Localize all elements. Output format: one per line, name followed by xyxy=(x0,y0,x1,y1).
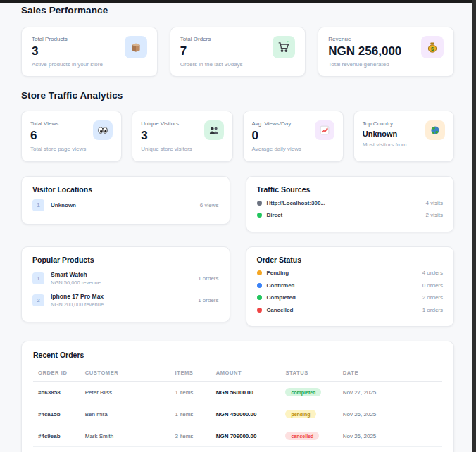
traffic-sources-list: Http://Localhost:300...4 visitsDirect2 v… xyxy=(257,200,444,219)
popular-products-title: Popular Products xyxy=(32,256,219,264)
order-row: #4c9b1dKingsley Chinonso Eze1 itemsNGN 2… xyxy=(33,447,442,452)
popular-products-list: 1Smart WatchNGN 56,000 revenue1 orders2I… xyxy=(32,271,219,308)
order-status-label: Pending xyxy=(267,270,289,276)
order-items: 1 items xyxy=(173,447,213,452)
product-name: Iphone 17 Pro Max xyxy=(51,293,104,300)
order-status-dot-icon xyxy=(257,270,262,275)
traffic-source-label: Direct xyxy=(267,212,283,218)
order-row: #4ca15bBen mira1 itemsNGN 450000.00pendi… xyxy=(33,403,442,425)
money-bag-icon: $ xyxy=(421,36,444,58)
status-badge: completed xyxy=(285,388,321,396)
order-status-label: Confirmed xyxy=(267,282,295,289)
order-items: 1 items xyxy=(173,382,213,403)
order-status-row: Cancelled1 orders xyxy=(257,307,444,313)
order-status-cell: completed xyxy=(282,382,339,403)
stat-label: Total Products xyxy=(32,36,103,42)
stat-value: 0 xyxy=(252,129,302,143)
order-status-card: Order Status Pending4 ordersConfirmed0 o… xyxy=(246,246,455,327)
popular-products-card: Popular Products 1Smart WatchNGN 56,000 … xyxy=(21,246,230,322)
stat-card-text: Unique Visitors3Unique store visitors xyxy=(141,120,192,152)
stat-card-text: Total Orders7Orders in the last 30days xyxy=(180,36,243,68)
order-date: Nov 26, 2025 xyxy=(340,425,442,447)
location-label: Unknown xyxy=(51,202,76,208)
stat-card-text: RevenueNGN 256,000Total revenue generate… xyxy=(328,36,401,68)
product-orders: 1 orders xyxy=(198,297,218,303)
order-status-row: Completed2 orders xyxy=(257,294,444,301)
order-status-row: Confirmed0 orders xyxy=(257,282,444,289)
stat-description: Orders in the last 30days xyxy=(180,61,243,68)
order-row: #4c9eabMark Smith3 itemsNGN 706000.00can… xyxy=(33,425,442,447)
popular-product-row: 1Smart WatchNGN 56,000 revenue1 orders xyxy=(32,271,219,286)
recent-orders-title: Recent Orders xyxy=(33,351,442,359)
order-status-label: Completed xyxy=(267,294,296,301)
chart-up-icon xyxy=(315,120,334,140)
order-date: Nov 27, 2025 xyxy=(340,382,442,403)
traffic-source-value: 4 visits xyxy=(426,200,443,206)
stat-card-revenue: RevenueNGN 256,000Total revenue generate… xyxy=(318,27,454,77)
product-name: Smart Watch xyxy=(51,271,101,278)
stat-label: Total Orders xyxy=(180,36,243,42)
product-orders: 1 orders xyxy=(198,275,218,282)
scrollbar[interactable] xyxy=(472,0,476,452)
svg-text:$: $ xyxy=(431,46,434,52)
traffic-source-dot-icon xyxy=(257,213,262,218)
location-views: 6 views xyxy=(200,202,219,208)
globe-icon xyxy=(425,120,445,140)
stat-label: Revenue xyxy=(328,36,401,42)
stat-value: 3 xyxy=(32,44,103,58)
stat-description: Most visitors from xyxy=(363,142,407,148)
visitor-location-row: 1Unknown6 views xyxy=(32,199,219,211)
order-status-cell: pending xyxy=(282,403,339,425)
stat-value: Unknown xyxy=(363,130,407,138)
column-header-order-id: ORDER ID xyxy=(33,365,82,382)
rank-badge: 1 xyxy=(32,199,44,211)
stat-card-total-orders: Total Orders7Orders in the last 30days xyxy=(170,27,306,77)
order-status-value: 4 orders xyxy=(422,270,443,276)
traffic-source-row: Direct2 visits xyxy=(257,212,444,218)
rank-badge: 2 xyxy=(32,294,44,306)
order-status-row: Pending4 orders xyxy=(257,270,444,276)
order-date: Nov 26, 2025 xyxy=(340,403,442,425)
stat-description: Unique store visitors xyxy=(141,146,192,152)
traffic-source-dot-icon xyxy=(257,201,262,206)
popular-product-row: 2Iphone 17 Pro MaxNGN 200,000 revenue1 o… xyxy=(32,293,219,308)
traffic-source-value: 2 visits xyxy=(426,212,443,218)
stat-value: 7 xyxy=(180,44,243,58)
stat-card-text: Top CountryUnknownMost visitors from xyxy=(363,120,407,148)
order-amount: NGN 200000.00 xyxy=(213,447,283,452)
traffic-sources-title: Traffic Sources xyxy=(257,185,444,194)
stat-label: Top Country xyxy=(363,120,407,127)
stat-value: 6 xyxy=(30,129,86,143)
stat-label: Total Views xyxy=(30,120,86,127)
stat-card-text: Total Products3Active products in your s… xyxy=(32,36,103,68)
people-icon xyxy=(204,120,224,140)
stat-label: Unique Visitors xyxy=(141,120,192,127)
order-date: Nov 26, 2025 xyxy=(340,447,442,452)
order-status-label: Cancelled xyxy=(267,307,294,313)
order-status-cell: completed xyxy=(282,447,339,452)
order-id: #4ca15b xyxy=(33,403,82,425)
sales-performance-title: Sales Performance xyxy=(21,5,454,15)
order-customer: Peter Bliss xyxy=(82,382,173,403)
stat-card-total-views: Total Views6Total store page views xyxy=(21,111,122,162)
order-status-dot-icon xyxy=(257,308,262,313)
product-info: Iphone 17 Pro MaxNGN 200,000 revenue xyxy=(51,293,104,308)
stat-card-avg-views-day: Avg. Views/Day0Average daily views xyxy=(243,111,344,162)
order-id: #4c9eab xyxy=(33,425,82,447)
order-customer: Mark Smith xyxy=(82,425,173,447)
traffic-source-row: Http://Localhost:300...4 visits xyxy=(257,200,444,206)
shopping-cart-icon xyxy=(273,36,295,58)
sales-stat-cards: Total Products3Active products in your s… xyxy=(21,27,454,77)
package-icon xyxy=(125,36,147,58)
stat-description: Active products in your store xyxy=(32,61,103,68)
column-header-items: ITEMS xyxy=(173,365,213,382)
column-header-customer: CUSTOMER xyxy=(82,365,173,382)
visitor-locations-title: Visitor Locations xyxy=(32,185,219,194)
stat-description: Average daily views xyxy=(252,146,302,152)
order-status-title: Order Status xyxy=(257,256,444,264)
column-header-status: STATUS xyxy=(282,365,339,382)
orders-table-header: ORDER IDCUSTOMERITEMSAMOUNTSTATUSDATE xyxy=(33,365,442,382)
order-customer: Ben mira xyxy=(82,403,173,425)
order-status-list: Pending4 ordersConfirmed0 ordersComplete… xyxy=(257,270,444,313)
order-status-dot-icon xyxy=(257,295,262,300)
